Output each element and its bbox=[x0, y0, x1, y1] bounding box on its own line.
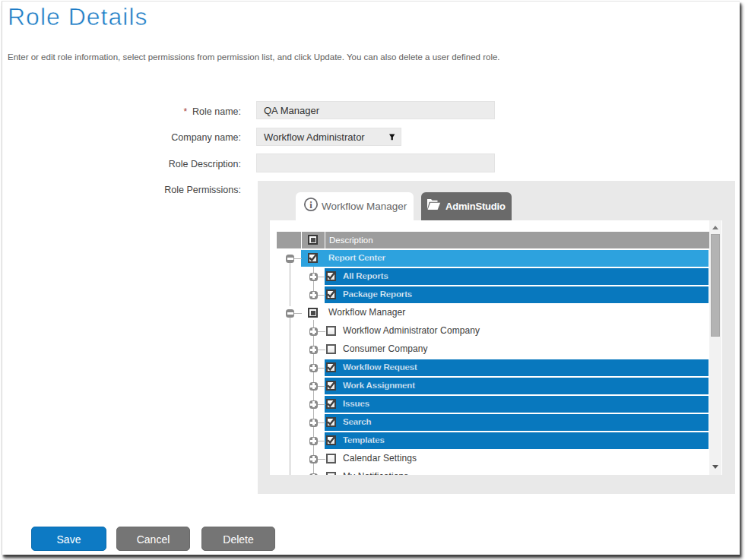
svg-text:i: i bbox=[309, 200, 312, 210]
